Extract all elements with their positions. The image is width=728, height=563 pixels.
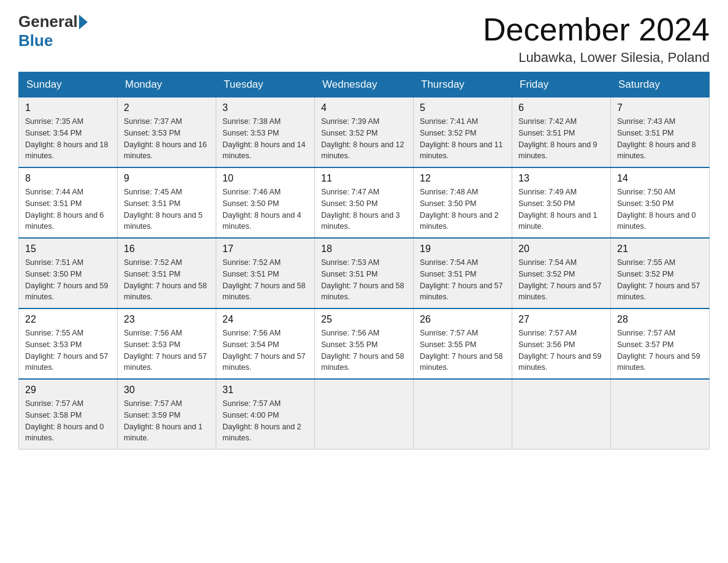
calendar-cell: 21Sunrise: 7:55 AMSunset: 3:52 PMDayligh…	[611, 238, 710, 308]
day-number: 9	[124, 173, 210, 184]
calendar-cell: 2Sunrise: 7:37 AMSunset: 3:53 PMDaylight…	[118, 98, 216, 168]
day-number: 23	[124, 314, 210, 325]
day-info: Sunrise: 7:48 AMSunset: 3:50 PMDaylight:…	[420, 186, 506, 232]
calendar-cell: 5Sunrise: 7:41 AMSunset: 3:52 PMDaylight…	[414, 98, 512, 168]
title-section: December 2024 Lubawka, Lower Silesia, Po…	[483, 12, 710, 66]
day-info: Sunrise: 7:49 AMSunset: 3:50 PMDaylight:…	[518, 186, 604, 232]
day-number: 31	[222, 385, 308, 396]
day-number: 7	[617, 102, 703, 113]
day-info: Sunrise: 7:56 AMSunset: 3:55 PMDaylight:…	[321, 327, 407, 373]
calendar-cell: 1Sunrise: 7:35 AMSunset: 3:54 PMDaylight…	[19, 98, 118, 168]
calendar-cell: 29Sunrise: 7:57 AMSunset: 3:58 PMDayligh…	[19, 379, 118, 450]
day-number: 28	[617, 314, 703, 325]
day-info: Sunrise: 7:44 AMSunset: 3:51 PMDaylight:…	[25, 186, 111, 232]
day-info: Sunrise: 7:41 AMSunset: 3:52 PMDaylight:…	[420, 116, 506, 162]
calendar-cell: 15Sunrise: 7:51 AMSunset: 3:50 PMDayligh…	[19, 238, 118, 308]
calendar-week-4: 22Sunrise: 7:55 AMSunset: 3:53 PMDayligh…	[19, 308, 710, 379]
calendar-cell: 28Sunrise: 7:57 AMSunset: 3:57 PMDayligh…	[611, 308, 710, 379]
day-number: 26	[420, 314, 506, 325]
day-number: 21	[617, 243, 703, 255]
calendar-cell: 7Sunrise: 7:43 AMSunset: 3:51 PMDaylight…	[611, 98, 710, 168]
calendar-cell: 20Sunrise: 7:54 AMSunset: 3:52 PMDayligh…	[512, 238, 611, 308]
calendar-cell: 19Sunrise: 7:54 AMSunset: 3:51 PMDayligh…	[414, 238, 512, 308]
day-info: Sunrise: 7:57 AMSunset: 3:58 PMDaylight:…	[25, 398, 111, 444]
month-title: December 2024	[483, 12, 710, 47]
calendar-cell: 6Sunrise: 7:42 AMSunset: 3:51 PMDaylight…	[512, 98, 611, 168]
calendar-cell: 13Sunrise: 7:49 AMSunset: 3:50 PMDayligh…	[512, 167, 611, 238]
calendar-cell	[512, 379, 611, 450]
day-number: 18	[321, 243, 407, 255]
calendar-header-row: SundayMondayTuesdayWednesdayThursdayFrid…	[19, 72, 710, 98]
calendar-cell: 11Sunrise: 7:47 AMSunset: 3:50 PMDayligh…	[315, 167, 414, 238]
calendar-cell: 27Sunrise: 7:57 AMSunset: 3:56 PMDayligh…	[512, 308, 611, 379]
day-info: Sunrise: 7:54 AMSunset: 3:52 PMDaylight:…	[518, 257, 604, 303]
calendar-cell: 23Sunrise: 7:56 AMSunset: 3:53 PMDayligh…	[118, 308, 216, 379]
calendar-week-2: 8Sunrise: 7:44 AMSunset: 3:51 PMDaylight…	[19, 167, 710, 238]
location-text: Lubawka, Lower Silesia, Poland	[483, 50, 710, 66]
day-info: Sunrise: 7:57 AMSunset: 3:56 PMDaylight:…	[518, 327, 604, 373]
day-number: 8	[25, 173, 111, 184]
day-info: Sunrise: 7:55 AMSunset: 3:53 PMDaylight:…	[25, 327, 111, 373]
page-header: General Blue December 2024 Lubawka, Lowe…	[18, 12, 710, 66]
calendar-week-3: 15Sunrise: 7:51 AMSunset: 3:50 PMDayligh…	[19, 238, 710, 308]
calendar-cell: 16Sunrise: 7:52 AMSunset: 3:51 PMDayligh…	[118, 238, 216, 308]
logo-arrow-icon	[79, 15, 88, 29]
calendar-cell	[414, 379, 512, 450]
day-info: Sunrise: 7:37 AMSunset: 3:53 PMDaylight:…	[124, 116, 210, 162]
day-number: 12	[420, 173, 506, 184]
calendar-cell: 17Sunrise: 7:52 AMSunset: 3:51 PMDayligh…	[216, 238, 315, 308]
day-number: 15	[25, 243, 111, 255]
day-number: 6	[518, 102, 604, 113]
calendar-cell: 18Sunrise: 7:53 AMSunset: 3:51 PMDayligh…	[315, 238, 414, 308]
day-info: Sunrise: 7:57 AMSunset: 3:57 PMDaylight:…	[617, 327, 703, 373]
day-number: 29	[25, 385, 111, 396]
calendar-cell: 9Sunrise: 7:45 AMSunset: 3:51 PMDaylight…	[118, 167, 216, 238]
day-info: Sunrise: 7:56 AMSunset: 3:53 PMDaylight:…	[124, 327, 210, 373]
day-number: 10	[222, 173, 308, 184]
day-info: Sunrise: 7:55 AMSunset: 3:52 PMDaylight:…	[617, 257, 703, 303]
header-tuesday: Tuesday	[216, 72, 315, 98]
calendar-cell: 31Sunrise: 7:57 AMSunset: 4:00 PMDayligh…	[216, 379, 315, 450]
day-info: Sunrise: 7:35 AMSunset: 3:54 PMDaylight:…	[25, 116, 111, 162]
day-number: 17	[222, 243, 308, 255]
logo: General Blue	[18, 12, 89, 50]
day-info: Sunrise: 7:47 AMSunset: 3:50 PMDaylight:…	[321, 186, 407, 232]
calendar-cell: 3Sunrise: 7:38 AMSunset: 3:53 PMDaylight…	[216, 98, 315, 168]
logo-blue-text: Blue	[18, 31, 53, 50]
calendar-cell: 24Sunrise: 7:56 AMSunset: 3:54 PMDayligh…	[216, 308, 315, 379]
day-number: 14	[617, 173, 703, 184]
day-info: Sunrise: 7:45 AMSunset: 3:51 PMDaylight:…	[124, 186, 210, 232]
day-info: Sunrise: 7:54 AMSunset: 3:51 PMDaylight:…	[420, 257, 506, 303]
calendar-table: SundayMondayTuesdayWednesdayThursdayFrid…	[18, 72, 710, 450]
day-number: 30	[124, 385, 210, 396]
calendar-cell	[611, 379, 710, 450]
day-number: 3	[222, 102, 308, 113]
day-number: 2	[124, 102, 210, 113]
calendar-week-5: 29Sunrise: 7:57 AMSunset: 3:58 PMDayligh…	[19, 379, 710, 450]
calendar-cell: 10Sunrise: 7:46 AMSunset: 3:50 PMDayligh…	[216, 167, 315, 238]
day-number: 19	[420, 243, 506, 255]
day-number: 13	[518, 173, 604, 184]
header-saturday: Saturday	[611, 72, 710, 98]
calendar-cell: 26Sunrise: 7:57 AMSunset: 3:55 PMDayligh…	[414, 308, 512, 379]
logo-general-text: General	[18, 12, 78, 31]
calendar-cell: 4Sunrise: 7:39 AMSunset: 3:52 PMDaylight…	[315, 98, 414, 168]
day-info: Sunrise: 7:38 AMSunset: 3:53 PMDaylight:…	[222, 116, 308, 162]
day-number: 25	[321, 314, 407, 325]
calendar-cell	[315, 379, 414, 450]
day-number: 27	[518, 314, 604, 325]
calendar-cell: 14Sunrise: 7:50 AMSunset: 3:50 PMDayligh…	[611, 167, 710, 238]
day-info: Sunrise: 7:39 AMSunset: 3:52 PMDaylight:…	[321, 116, 407, 162]
calendar-cell: 8Sunrise: 7:44 AMSunset: 3:51 PMDaylight…	[19, 167, 118, 238]
day-info: Sunrise: 7:57 AMSunset: 3:59 PMDaylight:…	[124, 398, 210, 444]
day-number: 24	[222, 314, 308, 325]
header-monday: Monday	[118, 72, 216, 98]
day-number: 11	[321, 173, 407, 184]
day-info: Sunrise: 7:51 AMSunset: 3:50 PMDaylight:…	[25, 257, 111, 303]
calendar-cell: 22Sunrise: 7:55 AMSunset: 3:53 PMDayligh…	[19, 308, 118, 379]
calendar-week-1: 1Sunrise: 7:35 AMSunset: 3:54 PMDaylight…	[19, 98, 710, 168]
day-info: Sunrise: 7:53 AMSunset: 3:51 PMDaylight:…	[321, 257, 407, 303]
calendar-cell: 12Sunrise: 7:48 AMSunset: 3:50 PMDayligh…	[414, 167, 512, 238]
day-number: 22	[25, 314, 111, 325]
day-info: Sunrise: 7:42 AMSunset: 3:51 PMDaylight:…	[518, 116, 604, 162]
